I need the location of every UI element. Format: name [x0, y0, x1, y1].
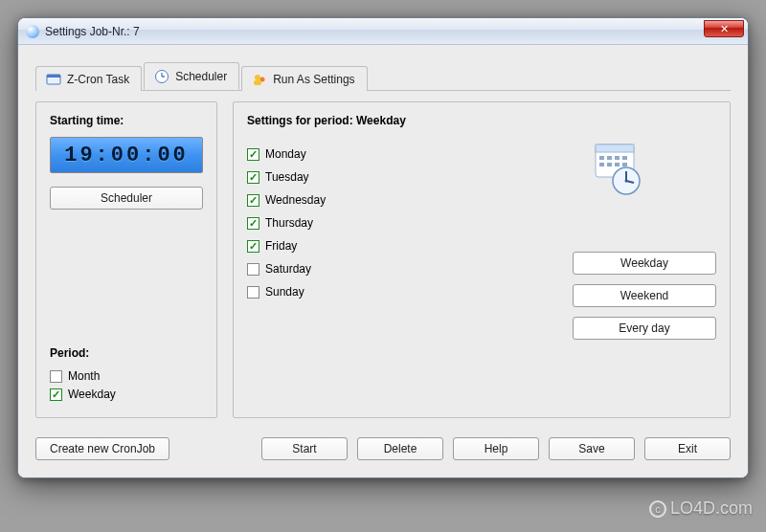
period-settings-panel: Settings for period: Weekday Monday: [233, 101, 731, 418]
checkbox-icon: [50, 388, 62, 401]
svg-rect-12: [615, 156, 620, 160]
time-value: 19:00:00: [64, 144, 189, 167]
checkbox-icon: [247, 263, 259, 276]
checkbox-icon: [247, 148, 259, 161]
tab-content: Starting time: 19:00:00 Scheduler Period…: [35, 101, 731, 418]
preset-buttons: Weekday Weekend Every day: [573, 252, 716, 340]
checkbox-label: Monday: [265, 147, 306, 161]
day-friday[interactable]: Friday: [247, 239, 326, 253]
days-list: Monday Tuesday Wednesday Thursday Friday…: [247, 143, 326, 340]
checkbox-label: Sunday: [265, 285, 304, 299]
checkbox-label: Friday: [265, 239, 297, 253]
svg-rect-7: [254, 80, 261, 85]
help-button[interactable]: Help: [453, 437, 539, 460]
tab-zcron-task[interactable]: Z-Cron Task: [35, 66, 142, 91]
preset-weekday-button[interactable]: Weekday: [573, 252, 716, 275]
checkbox-icon: [247, 171, 259, 184]
starting-time-panel: Starting time: 19:00:00 Scheduler Period…: [35, 101, 217, 418]
close-button[interactable]: ✕: [704, 20, 744, 37]
tab-run-as-settings[interactable]: Run As Settings: [241, 66, 367, 91]
save-button[interactable]: Save: [549, 437, 635, 460]
copyright-icon: c: [649, 500, 666, 518]
users-icon: [252, 72, 267, 87]
period-heading: Period:: [50, 346, 203, 360]
period-option-weekday[interactable]: Weekday: [50, 388, 203, 401]
app-window: Settings Job-Nr.: 7 ✕ Z-Cron Task Schedu…: [17, 17, 749, 478]
client-area: Z-Cron Task Scheduler Run As Settings St…: [18, 45, 748, 477]
scheduler-button[interactable]: Scheduler: [50, 187, 203, 210]
dialog-button-row: Create new CronJob Start Delete Help Sav…: [35, 437, 731, 460]
day-wednesday[interactable]: Wednesday: [247, 193, 326, 207]
svg-rect-17: [622, 163, 627, 166]
checkbox-label: Thursday: [265, 216, 313, 230]
day-tuesday[interactable]: Tuesday: [247, 170, 326, 184]
close-icon: ✕: [720, 23, 729, 35]
period-group: Period: Month Weekday: [50, 346, 203, 406]
spacer: [179, 437, 252, 460]
svg-point-21: [625, 180, 628, 183]
period-option-month[interactable]: Month: [50, 369, 203, 383]
task-icon: [46, 72, 61, 87]
watermark-text: LO4D.com: [670, 499, 753, 519]
titlebar[interactable]: Settings Job-Nr.: 7 ✕: [18, 18, 748, 45]
calendar-clock-icon: [590, 143, 643, 196]
day-monday[interactable]: Monday: [247, 147, 326, 161]
svg-point-5: [255, 75, 260, 80]
tab-label: Z-Cron Task: [67, 73, 129, 86]
tab-label: Scheduler: [175, 70, 227, 83]
delete-button[interactable]: Delete: [357, 437, 443, 460]
period-settings-body: Monday Tuesday Wednesday Thursday Friday…: [247, 137, 716, 340]
checkbox-label: Wednesday: [265, 193, 326, 207]
tab-scheduler[interactable]: Scheduler: [144, 62, 239, 90]
window-title: Settings Job-Nr.: 7: [45, 25, 140, 38]
exit-button[interactable]: Exit: [644, 437, 731, 460]
checkbox-icon: [247, 240, 259, 253]
starting-time-heading: Starting time:: [50, 114, 203, 127]
svg-rect-11: [607, 156, 612, 160]
checkbox-label: Saturday: [265, 262, 311, 276]
tab-label: Run As Settings: [273, 73, 354, 86]
svg-rect-10: [599, 156, 604, 160]
preset-weekend-button[interactable]: Weekend: [573, 284, 716, 307]
svg-rect-16: [615, 163, 620, 166]
svg-rect-14: [599, 163, 604, 166]
checkbox-label: Month: [68, 369, 100, 383]
create-cronjob-button[interactable]: Create new CronJob: [35, 437, 169, 460]
checkbox-icon: [247, 286, 259, 299]
tabstrip: Z-Cron Task Scheduler Run As Settings: [35, 62, 731, 91]
svg-rect-15: [607, 163, 612, 166]
start-button[interactable]: Start: [261, 437, 348, 460]
checkbox-icon: [247, 217, 259, 230]
checkbox-icon: [50, 370, 62, 383]
day-sunday[interactable]: Sunday: [247, 285, 326, 299]
svg-rect-9: [596, 144, 634, 152]
checkbox-label: Tuesday: [265, 170, 309, 184]
day-saturday[interactable]: Saturday: [247, 262, 326, 276]
svg-rect-1: [47, 75, 60, 78]
watermark: c LO4D.com: [649, 499, 753, 519]
checkbox-icon: [247, 194, 259, 207]
day-thursday[interactable]: Thursday: [247, 216, 326, 230]
period-settings-heading: Settings for period: Weekday: [247, 114, 716, 127]
checkbox-label: Weekday: [68, 388, 116, 401]
preset-everyday-button[interactable]: Every day: [573, 317, 716, 340]
time-display[interactable]: 19:00:00: [50, 137, 203, 173]
clock-icon: [154, 69, 169, 84]
svg-rect-13: [622, 156, 627, 160]
app-icon: [26, 25, 39, 38]
